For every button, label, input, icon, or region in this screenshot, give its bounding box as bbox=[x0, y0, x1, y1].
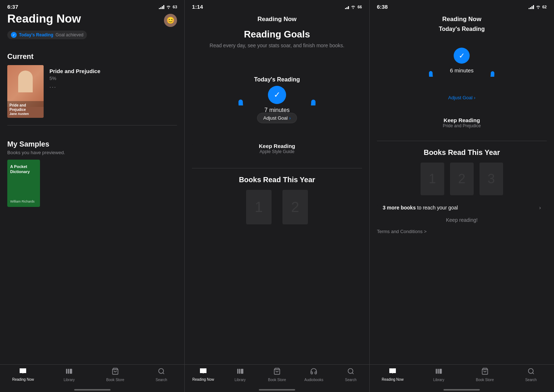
screen1-content: Reading Now 😊 ✓ Today's Reading Goal ach… bbox=[0, 12, 184, 364]
reading-goals-title: Reading Goals bbox=[185, 29, 369, 40]
more-books-chevron-3: › bbox=[539, 205, 541, 211]
keep-reading-sub-2: Apple Style Guide bbox=[199, 149, 354, 154]
wifi-icon-1 bbox=[166, 5, 171, 9]
svg-rect-8 bbox=[239, 369, 240, 373]
screen2-nav-title: Reading Now bbox=[192, 16, 362, 23]
tab-search-2[interactable]: Search bbox=[340, 368, 362, 382]
screen2-content: Reading Now Reading Goals Read every day… bbox=[185, 12, 369, 364]
tab-search-3[interactable]: Search bbox=[520, 368, 542, 382]
screen1-title: Reading Now bbox=[7, 12, 81, 25]
more-books-badge-3[interactable]: 3 more books to reach your goal › bbox=[377, 201, 547, 214]
tab-search-label-2: Search bbox=[345, 378, 357, 382]
battery-label-3: 62 bbox=[542, 5, 547, 9]
tab-bookstore-2[interactable]: Book Store bbox=[266, 368, 288, 382]
wifi-icon-3 bbox=[535, 5, 541, 9]
divider-3 bbox=[377, 141, 547, 141]
tab-audiobooks-label-2: Audiobooks bbox=[304, 378, 323, 382]
tab-library-icon-2 bbox=[237, 368, 244, 377]
screen3-content: Reading Now Today's Reading ✓ bbox=[370, 12, 554, 364]
keep-reading-btn-3[interactable]: Keep Reading Pride and Prejudice bbox=[377, 112, 547, 133]
pride-cover-title: Pride andPrejudice bbox=[9, 103, 41, 112]
home-indicator-2 bbox=[259, 389, 295, 391]
green-book-title: A Pocket Dictionary bbox=[10, 164, 37, 175]
terms-link-3[interactable]: Terms and Conditions > bbox=[370, 229, 554, 234]
goal-badge[interactable]: ✓ Today's Reading Goal achieved bbox=[7, 31, 87, 39]
today-reading-label-2: Today's Reading bbox=[254, 76, 300, 83]
goal-badge-sub: Goal achieved bbox=[56, 32, 84, 37]
tab-audiobooks-2[interactable]: Audiobooks bbox=[303, 368, 325, 382]
keep-reading-main-2: Keep Reading bbox=[199, 143, 354, 149]
samples-subtitle: Books you have previewed. bbox=[7, 150, 177, 155]
green-book-cover[interactable]: A Pocket Dictionary William Richards bbox=[7, 160, 40, 207]
reading-goals-subtitle: Read every day, see your stats soar, and… bbox=[185, 42, 369, 49]
status-icons-3: 62 bbox=[529, 5, 547, 9]
tab-bar-1: Reading Now Library bbox=[0, 364, 184, 389]
tab-bookstore-icon-3 bbox=[481, 368, 489, 377]
signal-icon-1 bbox=[159, 5, 164, 9]
book-card-pride: Pride andPrejudice Jane Austen Pride and… bbox=[0, 65, 184, 118]
tab-library-icon-3 bbox=[435, 368, 442, 377]
book-cover-pride[interactable]: Pride andPrejudice Jane Austen bbox=[7, 65, 44, 118]
check-circle-2: ✓ bbox=[268, 86, 286, 104]
status-time-2: 1:14 bbox=[192, 4, 203, 10]
minutes-label-2: 7 minutes bbox=[264, 107, 289, 113]
books-read-title-2: Books Read This Year bbox=[192, 176, 362, 184]
tab-search-icon-2 bbox=[347, 368, 354, 377]
tab-reading-now-2[interactable]: Reading Now bbox=[192, 368, 214, 381]
signal-icon-3 bbox=[529, 5, 534, 9]
tab-reading-label-2: Reading Now bbox=[192, 377, 214, 381]
goal-badge-check-icon: ✓ bbox=[11, 32, 17, 38]
current-section-title: Current bbox=[0, 52, 184, 61]
tab-search-1[interactable]: Search bbox=[150, 368, 172, 382]
tab-bookstore-3[interactable]: Book Store bbox=[474, 368, 496, 382]
tab-bookstore-label-2: Book Store bbox=[268, 378, 286, 382]
svg-rect-9 bbox=[241, 369, 243, 373]
books-year-title-3: Books Read This Year bbox=[377, 148, 547, 157]
svg-rect-14 bbox=[436, 369, 437, 373]
status-bar-3: 6:38 62 bbox=[370, 0, 554, 12]
adjust-goal-btn-3[interactable]: Adjust Goal › bbox=[448, 95, 475, 100]
svg-point-18 bbox=[528, 369, 533, 373]
tab-library-2[interactable]: Library bbox=[229, 368, 251, 382]
tab-bookstore-1[interactable]: Book Store bbox=[104, 368, 126, 382]
check-icon-2: ✓ bbox=[274, 90, 280, 100]
adjust-goal-chevron-3: › bbox=[474, 95, 475, 100]
tab-library-label-1: Library bbox=[64, 378, 75, 382]
divider-1 bbox=[7, 125, 177, 125]
books-numbers-3: 1 2 3 bbox=[377, 163, 547, 195]
tab-bar-3: Reading Now Library bbox=[370, 364, 554, 389]
tab-library-label-2: Library bbox=[234, 378, 246, 382]
tab-library-label-3: Library bbox=[433, 378, 445, 382]
keep-reading-btn-2[interactable]: Keep Reading Apple Style Guide bbox=[192, 138, 362, 159]
book-info-pride: Pride and Prejudice 5% ··· bbox=[49, 65, 177, 91]
samples-section: My Samples Books you have previewed. A P… bbox=[0, 133, 184, 207]
minutes-sm-3: 6 minutes bbox=[450, 67, 474, 73]
adjust-goal-text-3: Adjust Goal bbox=[448, 95, 473, 100]
tab-reading-now-1[interactable]: Reading Now bbox=[12, 368, 34, 381]
books-read-year-section-3: Books Read This Year 1 2 3 bbox=[370, 148, 554, 195]
screen-1: 6:37 63 Reading Now 😊 ✓ bbox=[0, 0, 185, 392]
svg-rect-16 bbox=[439, 369, 442, 373]
tab-bar-2: Reading Now Library bbox=[185, 364, 369, 389]
battery-label-1: 63 bbox=[173, 5, 177, 9]
status-bar-2: 1:14 66 bbox=[185, 0, 369, 12]
wifi-icon-2 bbox=[350, 5, 356, 9]
tab-library-3[interactable]: Library bbox=[428, 368, 450, 382]
svg-rect-1 bbox=[68, 369, 69, 373]
more-books-bold-3: 3 more books bbox=[383, 205, 416, 211]
screen-3: 6:38 62 Reading Now Today's Reading bbox=[370, 0, 554, 392]
book-num-1-3: 1 bbox=[421, 163, 444, 195]
tab-reading-now-3[interactable]: Reading Now bbox=[382, 368, 404, 381]
tab-bookstore-label-3: Book Store bbox=[476, 378, 494, 382]
book-dots-pride[interactable]: ··· bbox=[49, 84, 177, 91]
status-icons-2: 66 bbox=[345, 5, 362, 9]
svg-rect-0 bbox=[66, 369, 67, 373]
semicircle-overlay-3: ✓ 6 minutes bbox=[450, 48, 474, 76]
semicircle-overlay-2: Today's Reading ✓ 7 minutes bbox=[185, 76, 369, 118]
screen1-title-row: Reading Now 😊 bbox=[0, 12, 184, 28]
today-reading-section-3: Today's Reading ✓ 6 minutes bbox=[370, 26, 554, 112]
tab-library-1[interactable]: Library bbox=[58, 368, 80, 382]
books-read-section-2: Books Read This Year 1 2 bbox=[185, 176, 369, 224]
status-time-3: 6:38 bbox=[377, 4, 388, 10]
avatar[interactable]: 😊 bbox=[164, 14, 177, 27]
